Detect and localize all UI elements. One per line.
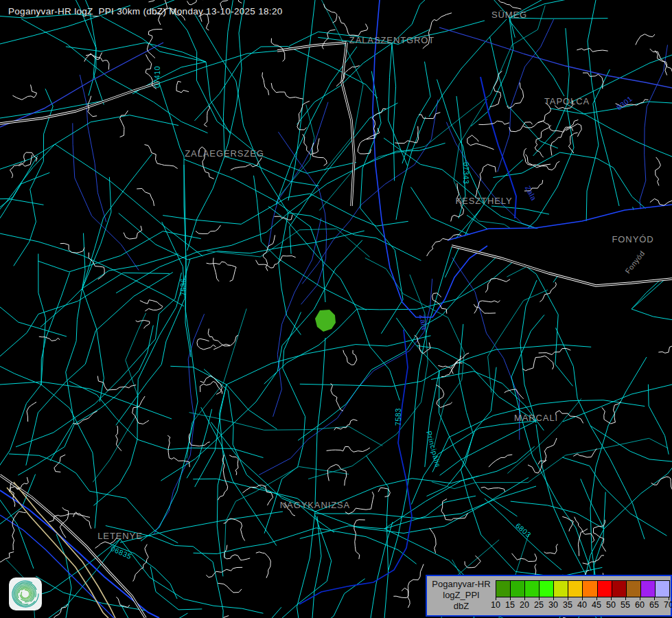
legend-color-cell	[641, 581, 656, 597]
rivers	[0, 0, 672, 618]
settlement-outline	[136, 321, 150, 329]
settlement-outline	[206, 567, 242, 577]
settlement-outline	[650, 198, 672, 205]
major-road-line	[396, 117, 426, 220]
settlement-outline	[116, 426, 122, 451]
city-label: FONYÓD	[612, 234, 653, 244]
settlement-outline	[505, 389, 524, 399]
road-line	[488, 290, 548, 392]
settlement-outline	[339, 16, 368, 36]
legend-color-cell	[496, 581, 511, 597]
legend-color-cell	[598, 581, 612, 597]
road-line	[82, 288, 104, 402]
road-line	[137, 439, 264, 458]
logo-swirl-arc	[21, 590, 30, 598]
road-line	[417, 345, 536, 421]
settlement-outline	[651, 477, 672, 491]
settlement-outline	[147, 30, 162, 58]
radar-viewport: SÜMEGZALASZENTGRÓTTAPOLCAZALAEGERSZEGKES…	[0, 0, 672, 618]
road-line	[556, 328, 591, 426]
settlement-outline	[27, 402, 36, 422]
road-line	[432, 438, 669, 488]
radar-echo	[315, 310, 336, 332]
major-road-line	[588, 0, 619, 206]
logo-swirl-arc	[15, 584, 36, 605]
settlement-outline	[489, 455, 512, 467]
major-road-line	[429, 19, 507, 117]
settlement-outline	[343, 350, 357, 365]
settlement-outline	[145, 145, 178, 169]
major-road-line	[371, 522, 393, 618]
legend-color-cell	[612, 581, 627, 597]
settlement-outline	[218, 583, 242, 593]
stream-line	[80, 75, 106, 222]
road-line	[207, 229, 369, 257]
city-label: TAPOLCA	[544, 96, 590, 106]
road-line	[119, 213, 364, 260]
major-road-line	[491, 206, 549, 214]
road-label: 06835	[110, 544, 133, 560]
city-label: NAGYKANIZSA	[280, 500, 350, 510]
road-line	[55, 115, 178, 144]
road-line	[290, 103, 398, 254]
legend-color-cell	[568, 581, 583, 597]
major-road-line	[509, 21, 564, 96]
legend-color-cell	[554, 581, 568, 597]
settlement-outline	[256, 552, 271, 578]
settlement-outline	[120, 111, 128, 137]
legend-tick-label: 70	[660, 600, 672, 610]
major-road-line	[312, 516, 321, 618]
major-road-line	[288, 0, 315, 201]
settlement-outline	[481, 487, 505, 492]
settlement-outline	[73, 514, 91, 529]
legend-color-cell	[627, 581, 641, 597]
settlement-outline	[54, 604, 68, 618]
legend-color-cell	[540, 581, 554, 597]
settlement-outline	[658, 341, 672, 354]
road-label: Zala	[524, 184, 538, 202]
settlement-outline	[535, 125, 551, 157]
settlement-outline	[324, 4, 337, 23]
road-line	[82, 154, 152, 288]
road-line	[648, 385, 669, 455]
road-line	[66, 43, 206, 62]
settlement-outline	[197, 616, 229, 618]
settlement-outline	[262, 72, 269, 95]
settlement-outline	[408, 564, 424, 608]
road-line	[41, 273, 70, 385]
road-line	[288, 213, 421, 261]
major-road-line	[563, 385, 672, 422]
major-road-line	[159, 83, 184, 157]
settlement-outline	[263, 235, 275, 271]
road-line	[392, 43, 396, 181]
settlement-outline	[331, 383, 343, 411]
settlement-outline	[176, 81, 189, 93]
settlement-outline	[197, 339, 216, 350]
settlement-outline	[544, 544, 558, 553]
road-label: 8301	[615, 94, 634, 111]
settlement-outline	[467, 135, 494, 150]
settlement-outline	[297, 101, 310, 130]
road-network	[0, 0, 672, 618]
road-line	[38, 231, 201, 272]
settlement-outline	[583, 73, 603, 89]
city-label: ZALAEGERSZEG	[185, 148, 264, 159]
legend-color-cell	[583, 581, 597, 597]
settlement-outline	[196, 225, 221, 233]
road-line	[604, 452, 672, 529]
road-line	[16, 273, 181, 447]
legend-color-cell	[525, 581, 540, 597]
settlement-outline	[656, 157, 661, 186]
stream-line	[640, 45, 668, 225]
road-line	[132, 62, 206, 94]
road-line	[360, 71, 403, 334]
settlement-outline	[327, 446, 370, 452]
river-line	[439, 27, 672, 88]
settlement-outline	[430, 528, 436, 553]
settlement-outline	[577, 48, 607, 52]
settlement-outline	[137, 189, 154, 206]
settlement-outline	[354, 520, 365, 559]
road-line	[201, 407, 277, 546]
color-scale-legend: Poganyvar-HR logZ_PPI dbZ 10152025303540…	[426, 575, 672, 617]
road-line	[36, 539, 120, 618]
